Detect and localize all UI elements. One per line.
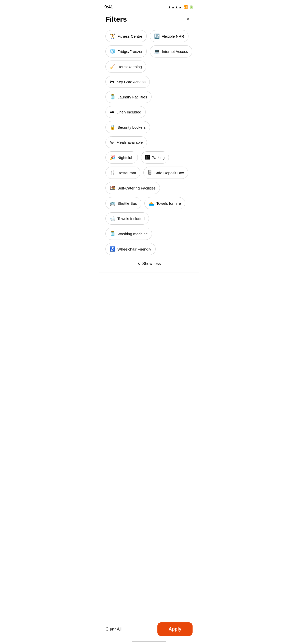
filter-chip-towels-included[interactable]: 🛁Towels Included: [105, 212, 149, 225]
washing-machine-label: Washing machine: [117, 232, 148, 236]
page-title: Filters: [105, 15, 127, 23]
close-button[interactable]: ×: [183, 15, 193, 24]
filter-chip-parking[interactable]: 🅿Parking: [141, 151, 169, 164]
show-less-button[interactable]: ∧ Show less: [99, 257, 199, 271]
filter-row-0: 🏋Fitness Centre🔄Flexible NRR: [105, 30, 193, 42]
meals-available-icon: 🍽: [110, 140, 114, 145]
filter-row-8: 🚌Shuttle Bus🏊Towels for hire: [105, 197, 193, 209]
filter-chip-towels-for-hire[interactable]: 🏊Towels for hire: [144, 197, 185, 209]
fridge/freezer-label: Fridge/Freezer: [117, 49, 142, 54]
wheelchair-friendly-label: Wheelchair Friendly: [117, 247, 151, 251]
filter-row-11: ♿Wheelchair Friendly: [105, 243, 193, 255]
filter-chip-housekeeping[interactable]: 🧹Housekeeping: [105, 61, 146, 73]
filter-chip-internet-access[interactable]: 💻Internet Access: [150, 45, 192, 57]
security-lockers-icon: 🔒: [110, 124, 115, 130]
status-bar: 9:41 ▲▲▲▲ 📶 🔋: [99, 0, 199, 13]
filter-chip-nightclub[interactable]: 🎉Nightclub: [105, 151, 138, 164]
self-catering-facilities-icon: 🍱: [110, 185, 115, 191]
filter-chip-wheelchair-friendly[interactable]: ♿Wheelchair Friendly: [105, 243, 156, 255]
filter-row-3: 🫙Laundry Facilities🛏Linen Included: [105, 91, 193, 118]
filter-chip-fitness-centre[interactable]: 🏋Fitness Centre: [105, 30, 147, 42]
filter-chip-shuttle-bus[interactable]: 🚌Shuttle Bus: [105, 197, 141, 209]
header: Filters ×: [99, 13, 199, 28]
flexible-nrr-label: Flexible NRR: [162, 34, 184, 38]
restaurant-label: Restaurant: [117, 171, 136, 175]
parking-icon: 🅿: [145, 155, 150, 160]
filter-chip-restaurant[interactable]: 🍴Restaurant: [105, 167, 140, 179]
safe-deposit-box-label: Safe Deposit Box: [154, 171, 184, 175]
flexible-nrr-icon: 🔄: [154, 33, 160, 39]
filter-row-5: 🎉Nightclub🅿Parking: [105, 151, 193, 164]
wifi-icon: 📶: [183, 5, 188, 9]
filter-row-2: 🧹Housekeeping🗝Key Card Access: [105, 61, 193, 88]
housekeeping-icon: 🧹: [110, 64, 115, 69]
filters-container: 🏋Fitness Centre🔄Flexible NRR🧊Fridge/Free…: [99, 28, 199, 257]
internet-access-label: Internet Access: [162, 49, 188, 54]
filter-chip-security-lockers[interactable]: 🔒Security Lockers: [105, 121, 150, 133]
safe-deposit-box-icon: 🗄: [148, 170, 152, 175]
shuttle-bus-icon: 🚌: [110, 200, 115, 206]
filter-chip-linen-included[interactable]: 🛏Linen Included: [105, 106, 146, 118]
filter-chip-key-card-access[interactable]: 🗝Key Card Access: [105, 76, 150, 88]
towels-for-hire-label: Towels for hire: [156, 201, 181, 206]
linen-included-label: Linen Included: [116, 110, 141, 114]
housekeeping-label: Housekeeping: [117, 65, 142, 69]
show-less-label: Show less: [142, 261, 161, 266]
fitness-centre-icon: 🏋: [110, 33, 115, 39]
separator: [99, 272, 199, 272]
towels-for-hire-icon: 🏊: [149, 200, 154, 206]
filter-chip-fridge/freezer[interactable]: 🧊Fridge/Freezer: [105, 45, 147, 57]
filter-row-7: 🍱Self-Catering Facilities: [105, 182, 193, 194]
filter-row-4: 🔒Security Lockers🍽Meals available: [105, 121, 193, 148]
washing-machine-icon: 🫙: [110, 231, 115, 237]
shuttle-bus-label: Shuttle Bus: [117, 201, 137, 206]
fridge/freezer-icon: 🧊: [110, 49, 115, 54]
key-card-access-icon: 🗝: [110, 79, 114, 84]
filter-chip-flexible-nrr[interactable]: 🔄Flexible NRR: [150, 30, 188, 42]
filter-chip-self-catering-facilities[interactable]: 🍱Self-Catering Facilities: [105, 182, 160, 194]
restaurant-icon: 🍴: [110, 170, 115, 175]
status-icons: ▲▲▲▲ 📶 🔋: [168, 5, 194, 9]
self-catering-facilities-label: Self-Catering Facilities: [117, 186, 156, 190]
fitness-centre-label: Fitness Centre: [117, 34, 142, 38]
filter-chip-safe-deposit-box[interactable]: 🗄Safe Deposit Box: [143, 167, 188, 179]
filter-row-9: 🛁Towels Included: [105, 212, 193, 225]
security-lockers-label: Security Lockers: [117, 125, 146, 129]
internet-access-icon: 💻: [154, 49, 160, 54]
meals-available-label: Meals available: [116, 140, 143, 144]
laundry-facilities-label: Laundry Facilities: [117, 95, 147, 99]
towels-included-icon: 🛁: [110, 216, 115, 221]
linen-included-icon: 🛏: [110, 109, 114, 115]
key-card-access-label: Key Card Access: [116, 80, 145, 84]
parking-label: Parking: [152, 155, 165, 160]
filter-row-10: 🫙Washing machine: [105, 228, 193, 240]
battery-icon: 🔋: [189, 5, 194, 9]
towels-included-label: Towels Included: [117, 216, 145, 221]
signal-icon: ▲▲▲▲: [168, 5, 182, 9]
nightclub-label: Nightclub: [117, 155, 133, 160]
filter-chip-laundry-facilities[interactable]: 🫙Laundry Facilities: [105, 91, 152, 103]
wheelchair-friendly-icon: ♿: [110, 246, 115, 252]
status-time: 9:41: [104, 5, 113, 10]
filter-row-1: 🧊Fridge/Freezer💻Internet Access: [105, 45, 193, 57]
nightclub-icon: 🎉: [110, 155, 115, 160]
filter-chip-washing-machine[interactable]: 🫙Washing machine: [105, 228, 152, 240]
filter-row-6: 🍴Restaurant🗄Safe Deposit Box: [105, 167, 193, 179]
laundry-facilities-icon: 🫙: [110, 94, 115, 100]
filter-chip-meals-available[interactable]: 🍽Meals available: [105, 136, 147, 148]
chevron-up-icon: ∧: [137, 261, 140, 266]
